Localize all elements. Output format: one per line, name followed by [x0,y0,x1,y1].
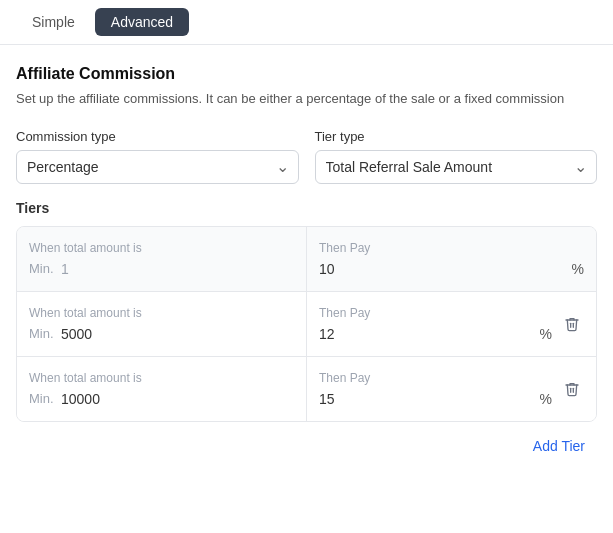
min-label-1: Min. [29,261,57,276]
main-content: Affiliate Commission Set up the affiliat… [0,45,613,478]
percent-symbol-3: % [540,391,552,407]
tier-left-3: When total amount is Min. 10000 [17,357,307,421]
tier-min-row-2: Min. 5000 [29,326,294,342]
then-pay-label-2: Then Pay [319,306,552,320]
min-value-1: 1 [61,261,69,277]
tabs-bar: Simple Advanced [0,0,613,45]
pay-input-row-1: 10 % [319,261,584,277]
tier-min-row-3: Min. 10000 [29,391,294,407]
section-description: Set up the affiliate commissions. It can… [16,89,597,109]
then-pay-label-3: Then Pay [319,371,552,385]
table-row: When total amount is Min. 10000 Then Pay… [17,357,596,421]
min-label-2: Min. [29,326,57,341]
pay-input-row-2: 12 % [319,326,552,342]
tab-simple[interactable]: Simple [16,8,91,36]
table-row: When total amount is Min. 1 Then Pay 10 … [17,227,596,292]
when-label-3: When total amount is [29,371,294,385]
tier-right-3: Then Pay 15 % [307,357,596,421]
tier-type-label: Tier type [315,129,598,144]
tier-type-group: Tier type Total Referral Sale Amount Num… [315,129,598,184]
tier-type-select-wrapper: Total Referral Sale Amount Number of Ref… [315,150,598,184]
table-row: When total amount is Min. 5000 Then Pay … [17,292,596,357]
pay-value-3: 15 [319,391,534,407]
pay-value-2: 12 [319,326,534,342]
type-row: Commission type Percentage Fixed Tier ty… [16,129,597,184]
add-tier-button[interactable]: Add Tier [525,434,593,458]
tier-min-row-1: Min. 1 [29,261,294,277]
tier-right-2: Then Pay 12 % [307,292,596,356]
add-tier-row: Add Tier [16,434,597,458]
min-value-2: 5000 [61,326,92,342]
percent-symbol-2: % [540,326,552,342]
then-pay-label-1: Then Pay [319,241,584,255]
tier-right-inner-1: Then Pay 10 % [319,241,584,277]
tier-left-1: When total amount is Min. 1 [17,227,307,291]
percent-symbol-1: % [572,261,584,277]
commission-type-group: Commission type Percentage Fixed [16,129,299,184]
min-value-3: 10000 [61,391,100,407]
tier-right-inner-3: Then Pay 15 % [319,371,552,407]
trash-icon [564,316,580,332]
commission-type-label: Commission type [16,129,299,144]
commission-type-select-wrapper: Percentage Fixed [16,150,299,184]
commission-type-select[interactable]: Percentage Fixed [16,150,299,184]
tab-advanced[interactable]: Advanced [95,8,189,36]
when-label-2: When total amount is [29,306,294,320]
section-title: Affiliate Commission [16,65,597,83]
tier-right-inner-2: Then Pay 12 % [319,306,552,342]
when-label-1: When total amount is [29,241,294,255]
pay-value-1: 10 [319,261,566,277]
trash-icon [564,381,580,397]
min-label-3: Min. [29,391,57,406]
pay-input-row-3: 15 % [319,391,552,407]
tiers-container: When total amount is Min. 1 Then Pay 10 … [16,226,597,422]
tier-right-1: Then Pay 10 % [307,227,596,291]
delete-tier-2-button[interactable] [560,312,584,336]
tiers-label: Tiers [16,200,597,216]
tier-left-2: When total amount is Min. 5000 [17,292,307,356]
delete-tier-3-button[interactable] [560,377,584,401]
tier-type-select[interactable]: Total Referral Sale Amount Number of Ref… [315,150,598,184]
